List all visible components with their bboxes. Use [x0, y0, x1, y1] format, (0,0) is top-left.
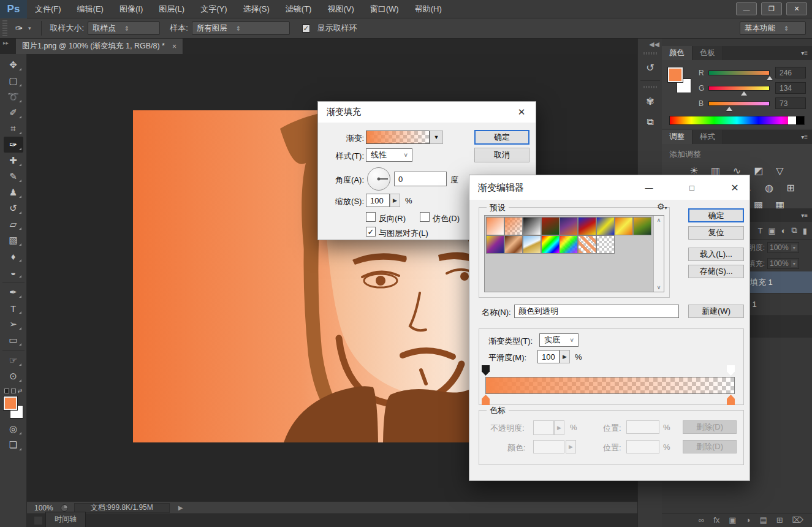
menu-item-0[interactable]: 文件(F): [27, 0, 69, 18]
brush-tool[interactable]: ✎: [4, 169, 23, 184]
history-panel-icon[interactable]: ↺: [641, 58, 659, 77]
stop-opacity-spinner[interactable]: ▶: [554, 420, 564, 435]
angle-input[interactable]: 0: [394, 172, 447, 186]
menu-item-6[interactable]: 滤镜(T): [278, 0, 320, 18]
menu-item-5[interactable]: 选择(S): [235, 0, 277, 18]
load-button[interactable]: 载入(L)...: [688, 248, 744, 261]
menu-item-2[interactable]: 图像(I): [112, 0, 151, 18]
new-group-icon[interactable]: ▤: [759, 515, 767, 525]
marquee-tool[interactable]: ▢: [4, 73, 23, 89]
filter-pixel-icon[interactable]: ▣: [768, 226, 775, 235]
sample-dropdown[interactable]: 所有图层⇕: [192, 21, 290, 35]
gradient-preset-blue-red-yellow[interactable]: [578, 217, 596, 235]
status-options-arrow-icon[interactable]: ▶: [178, 504, 183, 511]
channel-slider-G[interactable]: [708, 86, 770, 91]
channel-value-R[interactable]: 246: [775, 67, 806, 78]
document-tab[interactable]: 图片1.png @ 100% (渐变填充 1, RGB/8) * ×: [16, 39, 183, 54]
slider-thumb[interactable]: [767, 76, 773, 80]
gradient-preset-spectrum[interactable]: [541, 235, 560, 254]
dialog-titlebar[interactable]: 渐变编辑器: [469, 175, 749, 200]
gradient-preset-transparent-rainbow[interactable]: [560, 235, 578, 254]
tab-adjustments[interactable]: 调整: [662, 130, 692, 144]
new-layer-icon[interactable]: ⊞: [776, 515, 783, 525]
gradient-preset-copper[interactable]: [504, 235, 523, 254]
color-lookup-icon[interactable]: ⊞: [784, 181, 797, 194]
name-input[interactable]: 颜色到透明: [514, 305, 679, 318]
gradient-preset-violet-orange[interactable]: [560, 217, 578, 235]
filter-type-icon[interactable]: T: [757, 226, 762, 235]
move-tool[interactable]: ✥: [4, 57, 23, 73]
crop-tool[interactable]: ⌗: [4, 121, 23, 137]
tool-preset-caret-icon[interactable]: ▾: [28, 25, 31, 31]
preset-options-gear-icon[interactable]: ⚙▾: [657, 202, 667, 211]
ok-button[interactable]: 确定: [474, 130, 529, 145]
white-swatch[interactable]: [788, 116, 796, 124]
quick-mask-tool[interactable]: ◎: [4, 421, 23, 437]
stop-opacity-input[interactable]: [533, 420, 554, 435]
channel-slider-B[interactable]: [708, 101, 770, 106]
dither-checkbox[interactable]: [420, 212, 430, 222]
gradient-preset-transparent[interactable]: [596, 235, 615, 254]
vibrance-icon[interactable]: ▽: [773, 164, 787, 177]
cancel-button[interactable]: 取消: [474, 148, 529, 162]
lasso-tool[interactable]: ➰: [4, 89, 23, 105]
gradient-preset-fg-to-bg[interactable]: [486, 217, 504, 235]
screen-mode-tool[interactable]: ❏: [4, 437, 23, 453]
tab-swatches[interactable]: 色板: [692, 46, 723, 60]
timeline-tab[interactable]: 时间轴: [45, 512, 86, 527]
color-spectrum-ramp[interactable]: [669, 116, 805, 125]
slider-thumb[interactable]: [741, 91, 747, 96]
workspace-dropdown[interactable]: 基本功能⇕: [740, 21, 806, 35]
foreground-color-swatch[interactable]: [668, 67, 683, 82]
fill-value[interactable]: 100%▾: [767, 258, 799, 269]
gradient-preset-yellow-violet-blue[interactable]: [486, 235, 504, 254]
gradient-type-dropdown[interactable]: 实底˅: [539, 333, 579, 347]
gradient-edit-bar[interactable]: [485, 377, 735, 394]
eyedropper-tool[interactable]: ✑: [4, 137, 23, 153]
opacity-stop-end[interactable]: [727, 365, 735, 376]
panel-menu-icon[interactable]: ▾≡: [801, 46, 812, 60]
menu-item-4[interactable]: 文字(Y): [192, 0, 235, 18]
opacity-stop-start[interactable]: [482, 365, 490, 376]
layer-mask-icon[interactable]: ▣: [729, 515, 736, 525]
gradient-preset-yellow-green[interactable]: [633, 217, 651, 235]
maximize-button[interactable]: ❐: [761, 2, 782, 15]
delete-opacity-stop-button[interactable]: 删除(D): [683, 420, 737, 434]
dialog-maximize-icon[interactable]: □: [678, 175, 706, 200]
gradient-preset-black-white[interactable]: [523, 217, 541, 235]
gradient-preset-transparent-stripes[interactable]: [578, 235, 596, 254]
channel-mixer-icon[interactable]: ◍: [762, 181, 776, 194]
zoom-level[interactable]: 100%: [27, 504, 61, 512]
panel-menu-icon[interactable]: ▾≡: [801, 130, 812, 144]
show-ring-checkbox[interactable]: ✓: [302, 25, 310, 32]
foreground-color-swatch[interactable]: [4, 396, 17, 410]
filter-toggle[interactable]: ▮: [803, 226, 807, 235]
adjustment-layer-icon[interactable]: ◑: [746, 515, 751, 525]
style-dropdown[interactable]: 线性˅: [366, 148, 412, 162]
scale-spinner[interactable]: ▶: [390, 194, 400, 207]
menu-item-3[interactable]: 图层(L): [151, 0, 192, 18]
presets-scrollbar[interactable]: ∧∨: [653, 216, 664, 292]
menu-item-8[interactable]: 窗口(W): [362, 0, 407, 18]
reset-button[interactable]: 复位: [688, 226, 744, 240]
ok-button[interactable]: 确定: [688, 208, 744, 222]
align-checkbox[interactable]: ✓: [366, 227, 376, 237]
layer-style-icon[interactable]: fx: [713, 515, 719, 525]
brush-panel-icon[interactable]: ✾: [641, 92, 659, 110]
delete-layer-icon[interactable]: ⌦: [792, 515, 803, 525]
color-stop-end[interactable]: [727, 395, 735, 405]
swap-colors-icon[interactable]: ⇄: [18, 388, 23, 394]
slider-thumb[interactable]: [726, 107, 732, 111]
exposure-icon[interactable]: ◩: [752, 164, 765, 177]
gradient-picker-arrow[interactable]: ▼: [430, 131, 443, 144]
tab-close-icon[interactable]: ×: [172, 42, 176, 51]
clone-source-panel-icon[interactable]: ⧉: [641, 113, 659, 131]
path-selection-tool[interactable]: ➢: [4, 316, 23, 332]
menu-item-9[interactable]: 帮助(H): [407, 0, 450, 18]
blur-tool[interactable]: ♦: [4, 248, 23, 264]
scale-input[interactable]: 100: [366, 194, 390, 207]
healing-brush-tool[interactable]: ✚: [4, 153, 23, 169]
hand-tool[interactable]: ☞: [4, 352, 23, 368]
channel-value-B[interactable]: 73: [775, 97, 806, 109]
gradient-preset-orange-yellow-orange[interactable]: [615, 217, 633, 235]
